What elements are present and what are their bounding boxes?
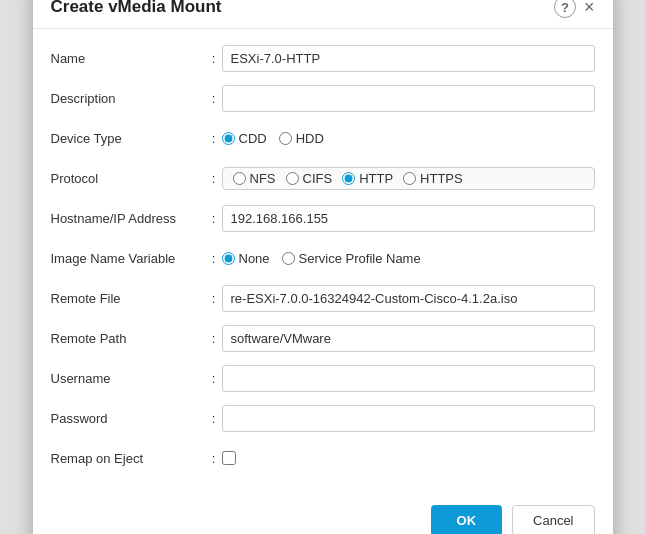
help-button[interactable]: ?	[554, 0, 576, 18]
proto-cifs-label[interactable]: CIFS	[286, 171, 333, 186]
dialog-body: Name : Description : Device Type : CDD	[33, 29, 613, 493]
dialog-footer: OK Cancel	[33, 493, 613, 534]
hostname-field-container	[222, 205, 595, 232]
device-type-label: Device Type	[51, 131, 206, 146]
header-actions: ? ×	[554, 0, 595, 18]
protocol-control: NFS CIFS HTTP HTTPS	[222, 167, 595, 190]
remote-path-field-container	[222, 325, 595, 352]
remap-checkbox[interactable]	[222, 451, 236, 465]
remap-label: Remap on Eject	[51, 451, 206, 466]
proto-https-text: HTTPS	[420, 171, 463, 186]
device-hdd-text: HDD	[296, 131, 324, 146]
name-input[interactable]	[222, 45, 595, 72]
name-field-container	[222, 45, 595, 72]
remote-file-label: Remote File	[51, 291, 206, 306]
remap-checkbox-label[interactable]	[222, 451, 595, 465]
close-button[interactable]: ×	[584, 0, 595, 16]
description-input[interactable]	[222, 85, 595, 112]
proto-https-radio[interactable]	[403, 172, 416, 185]
proto-nfs-label[interactable]: NFS	[233, 171, 276, 186]
username-row: Username :	[51, 363, 595, 393]
description-label: Description	[51, 91, 206, 106]
description-field-container	[222, 85, 595, 112]
image-sp-label[interactable]: Service Profile Name	[282, 251, 421, 266]
cancel-button[interactable]: Cancel	[512, 505, 594, 534]
device-cdd-radio[interactable]	[222, 132, 235, 145]
protocol-group: NFS CIFS HTTP HTTPS	[222, 167, 595, 190]
remote-path-label: Remote Path	[51, 331, 206, 346]
remote-path-input[interactable]	[222, 325, 595, 352]
image-sp-radio[interactable]	[282, 252, 295, 265]
device-type-control: CDD HDD	[222, 131, 595, 146]
image-sp-text: Service Profile Name	[299, 251, 421, 266]
hostname-row: Hostname/IP Address :	[51, 203, 595, 233]
remote-path-row: Remote Path :	[51, 323, 595, 353]
name-label: Name	[51, 51, 206, 66]
proto-http-text: HTTP	[359, 171, 393, 186]
description-row: Description :	[51, 83, 595, 113]
device-hdd-radio[interactable]	[279, 132, 292, 145]
device-hdd-label[interactable]: HDD	[279, 131, 324, 146]
password-input[interactable]	[222, 405, 595, 432]
proto-cifs-radio[interactable]	[286, 172, 299, 185]
password-field-container	[222, 405, 595, 432]
image-name-group: None Service Profile Name	[222, 251, 595, 266]
image-none-radio[interactable]	[222, 252, 235, 265]
hostname-label: Hostname/IP Address	[51, 211, 206, 226]
device-cdd-text: CDD	[239, 131, 267, 146]
remote-file-field-container	[222, 285, 595, 312]
name-row: Name :	[51, 43, 595, 73]
protocol-row: Protocol : NFS CIFS HTTP	[51, 163, 595, 193]
proto-https-label[interactable]: HTTPS	[403, 171, 463, 186]
create-vmedia-dialog: Create vMedia Mount ? × Name : Descripti…	[33, 0, 613, 534]
proto-http-radio[interactable]	[342, 172, 355, 185]
image-name-row: Image Name Variable : None Service Profi…	[51, 243, 595, 273]
image-name-control: None Service Profile Name	[222, 251, 595, 266]
remap-control	[222, 451, 595, 465]
dialog-header: Create vMedia Mount ? ×	[33, 0, 613, 29]
device-type-group: CDD HDD	[222, 131, 595, 146]
username-input[interactable]	[222, 365, 595, 392]
remote-file-row: Remote File :	[51, 283, 595, 313]
image-none-label[interactable]: None	[222, 251, 270, 266]
image-name-label: Image Name Variable	[51, 251, 206, 266]
remap-row: Remap on Eject :	[51, 443, 595, 473]
proto-http-label[interactable]: HTTP	[342, 171, 393, 186]
device-cdd-label[interactable]: CDD	[222, 131, 267, 146]
username-field-container	[222, 365, 595, 392]
password-label: Password	[51, 411, 206, 426]
proto-nfs-text: NFS	[250, 171, 276, 186]
proto-nfs-radio[interactable]	[233, 172, 246, 185]
device-type-row: Device Type : CDD HDD	[51, 123, 595, 153]
image-none-text: None	[239, 251, 270, 266]
ok-button[interactable]: OK	[431, 505, 503, 534]
password-row: Password :	[51, 403, 595, 433]
protocol-label: Protocol	[51, 171, 206, 186]
hostname-input[interactable]	[222, 205, 595, 232]
dialog-title: Create vMedia Mount	[51, 0, 222, 17]
username-label: Username	[51, 371, 206, 386]
proto-cifs-text: CIFS	[303, 171, 333, 186]
remote-file-input[interactable]	[222, 285, 595, 312]
